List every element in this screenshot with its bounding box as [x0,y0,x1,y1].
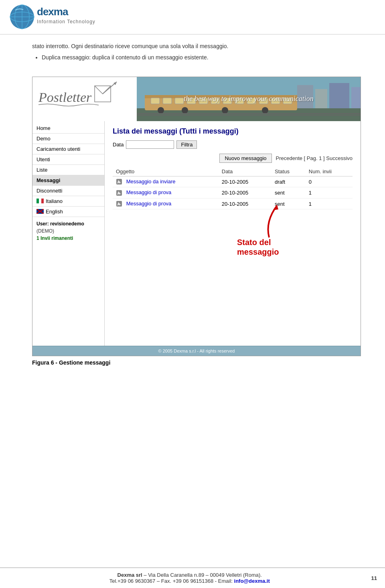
sidebar-lang-italian-label: Italiano [46,198,63,204]
flag-italy-icon [36,199,44,203]
table-header-row: Oggetto Data Status Num. invii [113,167,353,176]
table-row: Messaggio di prova 20-10-2005 sent 1 [113,198,353,209]
sidebar-item-demo[interactable]: Demo [32,134,104,144]
svg-rect-14 [329,83,349,109]
table-row: Messaggio di prova 20-10-2005 sent 1 [113,187,353,199]
svg-rect-21 [175,98,184,104]
sidebar-lang-english[interactable]: English [32,207,104,217]
cell-date-1: 20-10-2005 [219,187,272,199]
edit-icon-1[interactable] [116,189,124,195]
cell-num-invii-0: 0 [306,176,353,187]
sidebar-item-liste[interactable]: Liste [32,165,104,175]
figure-caption: Figura 6 - Gestione messaggi [32,359,353,366]
app-footer-text: © 2005 Dexma s.r.l - All rights reserved [158,349,235,353]
footer-email[interactable]: info@dexma.it [234,578,270,584]
stato-del: Stato del [237,238,271,247]
page-header: dexma Information Technology [0,0,385,34]
intro-text: stato interrotto. Ogni destinatario rice… [0,34,385,69]
col-oggetto: Oggetto [113,167,219,176]
svg-rect-19 [151,98,160,104]
sidebar-invii-label: 1 Invii rimanenti [36,235,100,242]
main-title: Lista dei messaggi (Tutti i messaggi) [113,127,353,136]
cell-subject-2: Messaggio di prova [113,198,219,209]
sidebar-item-caricamento[interactable]: Caricamento utenti [32,144,104,154]
flag-england-icon [36,209,44,214]
cell-num-invii-2: 1 [306,198,353,209]
sidebar-item-messaggi[interactable]: Messaggi [32,175,104,186]
cell-subject-0: Messaggio da inviare [113,176,219,187]
col-num-invii: Num. invii [306,167,353,176]
sidebar-lang-english-label: English [46,209,63,215]
svg-point-34 [262,107,268,114]
nuovo-messaggio-button[interactable]: Nuovo messaggio [219,154,272,163]
app-header: Postletter [32,77,361,121]
page-number: 11 [371,575,377,581]
app-main-content: Lista dei messaggi (Tutti i messaggi) Da… [105,121,361,346]
sidebar-item-disconnetti[interactable]: Disconnetti [32,186,104,196]
footer-text: Dexma srl – Via Della Caranella n.89 – 0… [8,572,371,584]
screenshot-container: Postletter [32,77,361,356]
toolbar-row: Nuovo messaggio Precedente [ Pag. 1 ] Su… [113,154,353,163]
annotation-label: Stato del messaggio [237,237,279,257]
postletter-logo-area: Postletter [32,77,137,121]
filter-button[interactable]: Filtra [176,140,197,149]
messaggio: messaggio [237,247,279,256]
annotation-area: Stato del messaggio [113,213,353,266]
table-row: Messaggio da inviare 20-10-2005 draft 0 [113,176,353,187]
filter-label: Data [113,142,124,148]
logo-area: dexma Information Technology [8,4,377,30]
intro-bullet: Duplica messaggio: duplica il contenuto … [42,53,361,62]
app-tagline: the best way to improve your communicati… [184,95,313,103]
postletter-logo-svg: Postletter [36,80,129,118]
edit-icon-0[interactable] [116,178,124,185]
svg-text:Postletter: Postletter [38,90,92,105]
messages-table: Oggetto Data Status Num. invii M [113,167,353,210]
footer-phone: Tel.+39 06 9630367 – Fax. +39 06 9615136… [109,578,234,584]
sidebar-user-type: (DEMO) [36,227,100,235]
svg-rect-15 [351,87,361,109]
svg-point-33 [222,107,228,114]
col-data: Data [219,167,272,176]
intro-paragraph: stato interrotto. Ogni destinatario rice… [32,42,361,51]
footer-company: Dexma srl [118,572,142,578]
sidebar-user-info: User: revisionedemo (DEMO) 1 Invii riman… [32,217,104,245]
app-body: Home Demo Caricamento utenti Utenti List… [32,121,361,346]
msg-link-1[interactable]: Messaggio di prova [126,189,172,195]
cell-date-0: 20-10-2005 [219,176,272,187]
annotation-arrow [245,201,293,241]
msg-link-2[interactable]: Messaggio di prova [126,201,172,207]
app-sidebar: Home Demo Caricamento utenti Utenti List… [32,121,105,346]
svg-text:Information Technology: Information Technology [37,19,95,24]
footer-address: – Via Della Caranella n.89 – 00049 Velle… [142,572,262,578]
sidebar-item-home[interactable]: Home [32,123,104,134]
company-logo: dexma Information Technology [8,4,96,30]
svg-text:dexma: dexma [37,6,69,18]
app-header-right: the best way to improve your communicati… [137,77,361,121]
cell-subject-1: Messaggio di prova [113,187,219,199]
sidebar-item-utenti[interactable]: Utenti [32,154,104,165]
cell-num-invii-1: 1 [306,187,353,199]
svg-rect-13 [315,89,327,109]
pagination-text: Precedente [ Pag. 1 ] Successivo [276,155,353,161]
svg-point-32 [182,107,188,114]
filter-date-input[interactable] [126,140,174,149]
page-footer: Dexma srl – Via Della Caranella n.89 – 0… [0,568,385,588]
filter-row: Data Filtra [113,140,353,149]
edit-icon-2[interactable] [116,201,124,207]
svg-rect-20 [163,98,172,104]
col-status: Status [272,167,306,176]
msg-link-0[interactable]: Messaggio da inviare [126,178,176,185]
sidebar-user-label: User: revisionedemo [36,220,100,227]
cell-status-1: sent [272,187,306,199]
svg-point-31 [158,107,164,114]
sidebar-lang-italian[interactable]: Italiano [32,196,104,207]
app-footer: © 2005 Dexma s.r.l - All rights reserved [32,346,361,356]
cell-status-0: draft [272,176,306,187]
